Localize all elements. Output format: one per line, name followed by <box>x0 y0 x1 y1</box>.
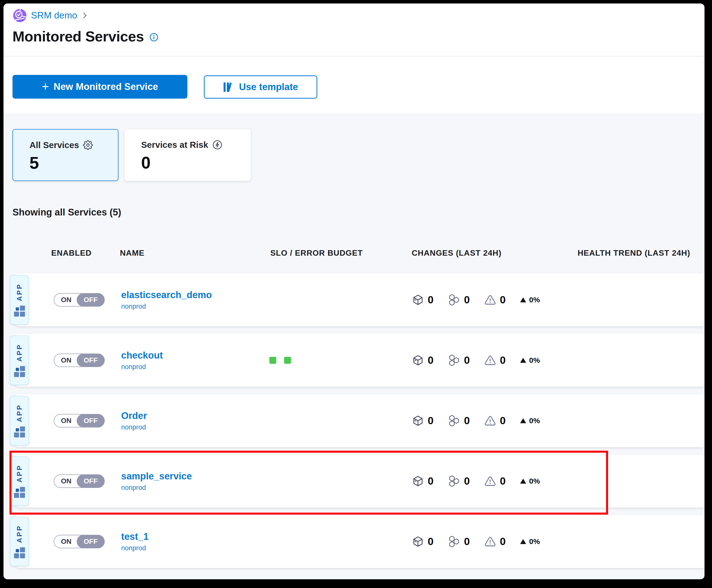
deployments-count: 0 <box>428 354 433 366</box>
infrastructure-count: 0 <box>464 294 470 306</box>
app-grid-icon <box>14 366 25 377</box>
service-row-card[interactable] <box>16 273 705 326</box>
infrastructure-icon <box>448 415 460 427</box>
service-type-label: APP <box>16 283 23 301</box>
service-type-tag: APP <box>10 275 29 324</box>
health-trend-value: 0% <box>529 417 540 425</box>
plus-icon: + <box>42 80 49 92</box>
trend-up-icon <box>520 418 526 423</box>
slo-error-budget-indicators <box>269 334 291 387</box>
chevron-right-icon <box>81 12 89 19</box>
all-services-count: 5 <box>29 153 118 172</box>
service-row-card[interactable] <box>16 455 705 508</box>
service-row: APP ON OFF checkout nonprod 0 <box>10 334 705 387</box>
use-template-button[interactable]: Use template <box>204 76 317 99</box>
app-grid-icon <box>14 306 25 317</box>
slo-indicator-square <box>284 357 291 364</box>
infrastructure-count: 0 <box>464 536 470 548</box>
all-services-label: All Services <box>29 140 79 150</box>
deployments-count: 0 <box>428 536 433 548</box>
deployments-count: 0 <box>428 415 433 427</box>
changes-block: 0 0 0 0% <box>412 394 540 447</box>
app-window: SRM demo Monitored Services + New Monito… <box>3 3 705 579</box>
incidents-count: 0 <box>500 415 506 427</box>
toggle-on-label: ON <box>54 354 78 366</box>
trend-up-icon <box>520 358 526 363</box>
enabled-toggle[interactable]: ON OFF <box>54 354 105 367</box>
toggle-off-label: OFF <box>77 535 105 548</box>
app-grid-icon <box>14 426 25 437</box>
app-grid-icon <box>14 547 25 558</box>
gear-icon <box>83 140 93 150</box>
list-heading: Showing all Services (5) <box>13 207 121 218</box>
service-row-card[interactable] <box>16 394 705 447</box>
infrastructure-count: 0 <box>464 415 470 427</box>
service-name-link[interactable]: sample_service <box>121 471 192 482</box>
column-header-name: NAME <box>120 248 144 258</box>
incidents-warning-icon <box>484 355 496 366</box>
column-header-enabled: ENABLED <box>51 248 92 258</box>
toggle-on-label: ON <box>54 535 78 548</box>
enabled-toggle[interactable]: ON OFF <box>54 535 105 548</box>
incidents-count: 0 <box>500 475 506 487</box>
slo-indicator-square <box>269 357 276 364</box>
enabled-toggle[interactable]: ON OFF <box>54 293 105 307</box>
header-divider <box>3 56 705 57</box>
trend-up-icon <box>520 479 526 484</box>
service-environment: nonprod <box>121 423 147 431</box>
incidents-count: 0 <box>500 354 506 366</box>
services-table-rows: APP ON OFF elasticsearch_demo nonprod 0 <box>10 273 705 568</box>
srm-module-icon <box>13 8 27 23</box>
health-trend-value: 0% <box>529 296 540 304</box>
service-type-label: APP <box>16 404 23 422</box>
service-name-block: checkout nonprod <box>121 334 163 387</box>
enabled-toggle[interactable]: ON OFF <box>54 414 105 427</box>
service-type-tag: APP <box>10 336 29 385</box>
service-row: APP ON OFF elasticsearch_demo nonprod 0 <box>10 273 705 326</box>
service-name-block: test_1 nonprod <box>121 515 149 568</box>
deployments-icon <box>412 294 424 306</box>
service-type-label: APP <box>16 343 23 362</box>
services-at-risk-card[interactable]: Services at Risk 0 <box>124 129 251 181</box>
service-name-link[interactable]: test_1 <box>121 531 149 542</box>
toggle-on-label: ON <box>54 475 78 487</box>
lightning-icon <box>212 140 222 150</box>
service-name-block: Order nonprod <box>121 394 147 447</box>
infrastructure-icon <box>448 475 460 487</box>
service-environment: nonprod <box>121 484 192 491</box>
new-monitored-service-label: New Monitored Service <box>54 81 158 92</box>
health-trend-value: 0% <box>529 356 540 364</box>
all-services-card[interactable]: All Services 5 <box>13 129 118 181</box>
service-type-tag: APP <box>10 517 29 566</box>
enabled-toggle[interactable]: ON OFF <box>54 475 105 488</box>
page-title: Monitored Services <box>13 28 144 45</box>
breadcrumb-project-link[interactable]: SRM demo <box>31 10 77 21</box>
service-name-link[interactable]: checkout <box>121 350 163 361</box>
toggle-off-label: OFF <box>77 414 105 427</box>
service-environment: nonprod <box>121 544 149 552</box>
new-monitored-service-button[interactable]: + New Monitored Service <box>13 75 187 99</box>
infrastructure-icon <box>448 294 460 306</box>
deployments-icon <box>412 476 424 487</box>
breadcrumb: SRM demo <box>13 7 89 23</box>
column-header-slo: SLO / ERROR BUDGET <box>270 248 363 258</box>
infrastructure-count: 0 <box>464 475 470 487</box>
incidents-count: 0 <box>500 536 506 548</box>
service-name-link[interactable]: elasticsearch_demo <box>121 290 212 300</box>
service-row: APP ON OFF sample_service nonprod 0 <box>10 455 705 508</box>
service-type-tag: APP <box>10 457 29 506</box>
toggle-off-label: OFF <box>77 354 105 367</box>
deployments-count: 0 <box>428 475 433 487</box>
service-row-card[interactable] <box>16 334 705 387</box>
infrastructure-count: 0 <box>464 354 470 366</box>
toggle-on-label: ON <box>54 294 78 306</box>
service-environment: nonprod <box>121 302 212 310</box>
service-name-link[interactable]: Order <box>121 411 147 421</box>
service-row-card[interactable] <box>16 515 705 568</box>
incidents-warning-icon <box>484 415 496 426</box>
incidents-count: 0 <box>500 294 506 306</box>
info-icon[interactable] <box>149 33 158 42</box>
infrastructure-icon <box>448 354 460 366</box>
changes-block: 0 0 0 0% <box>412 515 540 568</box>
app-grid-icon <box>14 487 25 498</box>
